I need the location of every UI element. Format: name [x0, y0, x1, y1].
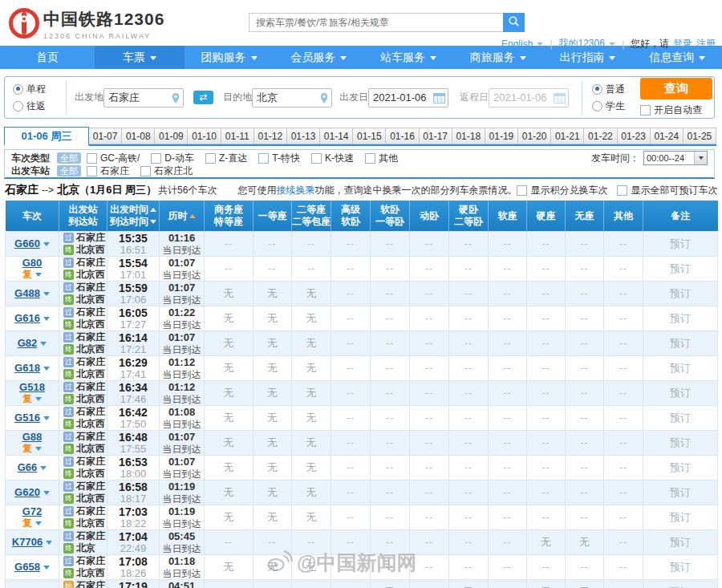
- filter-type-0[interactable]: GC-高铁/: [87, 152, 140, 165]
- train-number-link[interactable]: G82: [18, 338, 38, 349]
- auto-query-checkbox[interactable]: 开启自动查: [640, 103, 702, 117]
- date-tab-01-14[interactable]: 01-14: [320, 128, 353, 144]
- date-tab-01-22[interactable]: 01-22: [584, 128, 617, 144]
- book-link[interactable]: 预订: [670, 412, 691, 424]
- site-search-input[interactable]: [249, 13, 503, 32]
- filter-type-5[interactable]: 其他: [365, 152, 398, 165]
- query-button[interactable]: 查询: [640, 78, 712, 99]
- nav-item-3[interactable]: 会员服务: [274, 46, 363, 69]
- show-points-checkbox[interactable]: 显示积分兑换车次: [517, 184, 607, 197]
- book-link[interactable]: 预订: [670, 561, 691, 573]
- date-tab-01-23[interactable]: 01-23: [618, 128, 651, 144]
- calendar-icon[interactable]: [433, 92, 445, 107]
- expand-caret-icon[interactable]: [40, 466, 47, 470]
- train-number-link[interactable]: G488: [14, 288, 40, 299]
- nav-item-0[interactable]: 首页: [0, 46, 95, 69]
- date-tab-01-09[interactable]: 01-09: [155, 128, 188, 144]
- train-number-link[interactable]: G516: [14, 412, 40, 424]
- date-tab-01-08[interactable]: 01-08: [122, 128, 155, 144]
- expand-caret-icon[interactable]: [43, 491, 50, 495]
- nav-item-1[interactable]: 车票: [95, 46, 185, 69]
- train-number-link[interactable]: G88: [22, 432, 43, 443]
- passenger-student-radio[interactable]: 学生: [592, 99, 632, 113]
- from-station-input[interactable]: [104, 89, 168, 106]
- expand-caret-icon[interactable]: [43, 242, 50, 246]
- date-tab-01-17[interactable]: 01-17: [420, 128, 452, 144]
- train-number-link[interactable]: G72: [22, 506, 43, 517]
- expand-caret-icon[interactable]: [35, 273, 42, 277]
- expand-caret-icon[interactable]: [43, 416, 50, 420]
- return-date-input[interactable]: [489, 89, 553, 106]
- trip-single-radio[interactable]: 单程: [13, 83, 58, 96]
- filter-type-3[interactable]: T-特快: [258, 152, 300, 165]
- date-tab-01-18[interactable]: 01-18: [452, 128, 485, 144]
- book-link[interactable]: 预订: [670, 312, 691, 324]
- col-header-2[interactable]: 出发时间到达时间: [107, 201, 160, 232]
- train-number-link[interactable]: G616: [14, 313, 40, 324]
- train-number-link[interactable]: G618: [14, 363, 40, 374]
- train-number-link[interactable]: G660: [14, 238, 40, 249]
- date-tab-selected[interactable]: 01-06 周三: [4, 127, 89, 146]
- location-pin-icon[interactable]: [319, 92, 329, 107]
- nav-item-2[interactable]: 团购服务: [185, 46, 274, 69]
- book-link[interactable]: 预订: [670, 237, 691, 249]
- to-station-input[interactable]: [253, 89, 316, 106]
- filter-type-2[interactable]: Z-直达: [205, 152, 247, 165]
- show-all-bookable-checkbox[interactable]: 显示全部可预订车次: [617, 184, 717, 197]
- book-link[interactable]: 预订: [670, 436, 691, 448]
- link-english[interactable]: English: [501, 39, 533, 50]
- date-tab-01-16[interactable]: 01-16: [386, 128, 419, 144]
- date-tab-01-13[interactable]: 01-13: [287, 128, 320, 144]
- book-link[interactable]: 预订: [670, 287, 691, 299]
- expand-caret-icon[interactable]: [43, 566, 50, 570]
- date-tab-01-25[interactable]: 01-25: [683, 128, 716, 144]
- sort-desc-icon[interactable]: [150, 220, 156, 224]
- depart-station-all-badge[interactable]: 全部: [57, 165, 81, 176]
- expand-caret-icon[interactable]: [43, 292, 50, 296]
- trip-round-radio[interactable]: 往返: [13, 99, 58, 113]
- train-number-link[interactable]: G66: [18, 462, 38, 473]
- book-link[interactable]: 预订: [670, 387, 691, 399]
- book-link[interactable]: 预订: [670, 486, 691, 498]
- link-my12306[interactable]: 我的12306: [559, 37, 605, 51]
- filter-type-4[interactable]: K-快速: [311, 152, 354, 165]
- expand-caret-icon[interactable]: [35, 521, 42, 525]
- expand-caret-icon[interactable]: [35, 447, 42, 451]
- train-number-link[interactable]: G620: [14, 487, 40, 498]
- book-link[interactable]: 预订: [670, 536, 691, 548]
- train-number-link[interactable]: G518: [19, 382, 45, 393]
- date-tab-01-21[interactable]: 01-21: [551, 128, 584, 144]
- date-tab-01-10[interactable]: 01-10: [188, 128, 221, 144]
- book-link[interactable]: 预订: [670, 461, 691, 473]
- expand-caret-icon[interactable]: [43, 367, 50, 371]
- location-pin-icon[interactable]: [171, 92, 180, 107]
- expand-caret-icon[interactable]: [40, 342, 47, 346]
- filter-type-1[interactable]: D-动车: [151, 152, 194, 165]
- expand-caret-icon[interactable]: [43, 317, 50, 321]
- train-type-all-badge[interactable]: 全部: [57, 152, 81, 164]
- transfer-link[interactable]: 接续换乘: [276, 185, 314, 196]
- date-tab-01-15[interactable]: 01-15: [353, 128, 386, 144]
- train-number-link[interactable]: K7706: [12, 537, 43, 548]
- train-number-link[interactable]: G658: [14, 562, 40, 573]
- link-login[interactable]: 登录: [673, 37, 692, 51]
- expand-caret-icon[interactable]: [46, 541, 52, 545]
- date-tab-01-20[interactable]: 01-20: [518, 128, 551, 144]
- book-link[interactable]: 预订: [670, 511, 691, 523]
- filter-station-0[interactable]: 石家庄: [87, 164, 129, 178]
- col-header-3[interactable]: 历时: [160, 201, 205, 232]
- date-tab-01-19[interactable]: 01-19: [485, 128, 518, 144]
- sort-asc-icon[interactable]: [150, 208, 156, 212]
- train-number-link[interactable]: G80: [22, 258, 43, 269]
- site-search-button[interactable]: [503, 13, 525, 32]
- book-link[interactable]: 预订: [670, 262, 691, 274]
- sort-asc-icon[interactable]: [189, 214, 196, 218]
- swap-stations-icon[interactable]: ⇄: [193, 91, 213, 104]
- date-tab-01-11[interactable]: 01-11: [221, 128, 254, 144]
- date-tab-01-24[interactable]: 01-24: [651, 128, 683, 144]
- filter-station-1[interactable]: 石家庄北: [140, 164, 193, 178]
- date-tab-01-12[interactable]: 01-12: [254, 128, 287, 144]
- date-tab-01-07[interactable]: 01-07: [89, 128, 122, 144]
- expand-caret-icon[interactable]: [35, 397, 42, 401]
- book-link[interactable]: 预订: [670, 362, 691, 374]
